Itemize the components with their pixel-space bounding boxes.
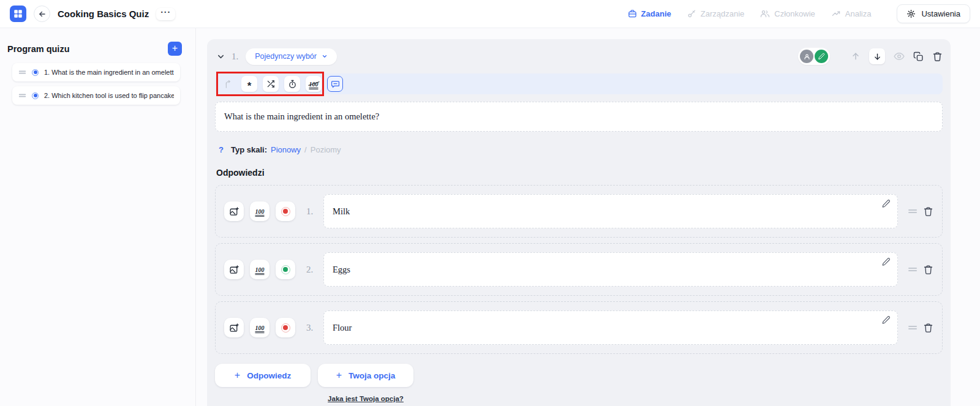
delete-answer-button[interactable]	[923, 323, 933, 333]
delete-answer-button[interactable]	[923, 265, 933, 275]
content-area: 1. Pojedynczy wybór	[196, 28, 980, 406]
shuffle-answers-button[interactable]	[263, 76, 279, 92]
collapse-question-button[interactable]	[215, 51, 227, 62]
add-image-button[interactable]	[224, 318, 244, 337]
pencil-icon	[818, 53, 825, 60]
image-plus-icon	[229, 265, 239, 275]
trash-icon	[923, 206, 933, 217]
scale-separator: /	[304, 145, 307, 154]
top-bar: Cooking Basics Quiz ··· Zadanie Zarządza…	[0, 0, 980, 28]
arrow-down-icon	[873, 52, 882, 61]
sidebar-item-label: 2. Which kitchen tool is used to flip pa…	[44, 92, 174, 99]
spacer	[215, 395, 318, 402]
settings-button[interactable]: Ustawienia	[897, 4, 970, 23]
answer-row-3: 100 3. Flour	[215, 301, 943, 354]
preview-button[interactable]	[894, 51, 905, 62]
app-logo[interactable]	[10, 6, 26, 22]
answer-points-button[interactable]: 100	[250, 318, 270, 337]
comment-icon	[331, 80, 340, 89]
question-text-field[interactable]: What is the main ingredient in an omelet…	[215, 102, 943, 132]
nav-label: Zadanie	[641, 9, 671, 18]
arrow-up-icon	[851, 51, 861, 61]
branching-button[interactable]	[220, 76, 236, 92]
delete-answer-button[interactable]	[923, 206, 933, 217]
edit-mode-button[interactable]	[815, 50, 828, 63]
answer-number: 1.	[306, 206, 317, 217]
answer-text-field[interactable]: Eggs	[323, 252, 898, 287]
answer-points-button[interactable]: 100	[250, 201, 270, 221]
move-down-button[interactable]	[869, 48, 885, 64]
option-link-row: Jaka jest Twoja opcja?	[215, 395, 943, 402]
shuffle-icon	[266, 80, 275, 88]
question-number: 1.	[232, 51, 238, 62]
drag-handle-icon[interactable]	[18, 92, 26, 99]
required-button[interactable]: *	[241, 76, 257, 92]
sidebar-item-question-2[interactable]: 2. Which kitchen tool is used to flip pa…	[12, 86, 180, 105]
trending-up-icon	[831, 9, 841, 18]
timer-button[interactable]	[284, 76, 300, 92]
nav-label: Zarządzanie	[701, 9, 745, 18]
avatar[interactable]	[800, 50, 813, 63]
duplicate-question-button[interactable]	[913, 51, 924, 62]
add-answer-label: Odpowiedz	[247, 371, 291, 380]
feedback-comment-button[interactable]	[327, 76, 343, 92]
drag-handle-icon[interactable]	[908, 208, 918, 215]
answer-text-field[interactable]: Milk	[323, 194, 898, 228]
answer-correct-toggle[interactable]	[276, 318, 295, 337]
answer-correct-toggle[interactable]	[276, 201, 295, 221]
points-button[interactable]: 100	[306, 76, 322, 92]
plus-icon: +	[235, 370, 240, 381]
answer-row-2: 100 2. Eggs	[215, 243, 943, 296]
drag-handle-icon[interactable]	[908, 266, 918, 273]
nav-item-zarzadzanie[interactable]: Zarządzanie	[687, 9, 745, 18]
nav-item-zadanie[interactable]: Zadanie	[628, 9, 671, 18]
add-buttons-row: + Odpowiedz + Twoja opcja	[215, 364, 943, 387]
answer-points-button[interactable]: 100	[250, 260, 270, 279]
radio-ring	[281, 207, 290, 216]
quiz-program-sidebar: Program quizu + 1. What is the main ingr…	[0, 28, 196, 406]
add-image-button[interactable]	[224, 260, 244, 279]
answers-section-title: Odpowiedzi	[216, 168, 943, 178]
back-button[interactable]	[34, 6, 50, 22]
edit-pencil-icon[interactable]	[881, 315, 891, 325]
asterisk-icon: *	[247, 80, 252, 89]
gear-icon	[907, 9, 916, 18]
help-icon[interactable]: ?	[219, 145, 224, 154]
scale-option-horizontal[interactable]: Poziomy	[311, 145, 341, 154]
image-plus-icon	[229, 323, 239, 333]
grid-icon	[13, 9, 23, 18]
delete-question-button[interactable]	[932, 51, 943, 62]
main-layout: Program quizu + 1. What is the main ingr…	[0, 28, 980, 406]
move-up-button[interactable]	[851, 51, 861, 61]
sidebar-header: Program quizu +	[0, 42, 195, 56]
add-own-option-button[interactable]: + Twoja opcja	[318, 364, 413, 387]
answer-correct-toggle[interactable]	[276, 260, 295, 279]
answer-text-field[interactable]: Flour	[323, 310, 898, 345]
trash-icon	[932, 51, 943, 62]
assignee-pill	[798, 48, 830, 65]
more-button[interactable]: ···	[156, 8, 175, 20]
users-icon	[760, 9, 770, 18]
question-type-dropdown[interactable]: Pojedynczy wybór	[246, 48, 337, 65]
scale-option-vertical[interactable]: Pionowy	[271, 145, 301, 154]
incorrect-radio-icon	[283, 325, 288, 331]
add-answer-button[interactable]: + Odpowiedz	[215, 364, 311, 387]
own-option-help-link[interactable]: Jaka jest Twoja opcja?	[318, 395, 413, 402]
add-question-button[interactable]: +	[168, 42, 182, 56]
sidebar-item-question-1[interactable]: 1. What is the main ingredient in an ome…	[12, 63, 180, 81]
edit-pencil-icon[interactable]	[881, 199, 891, 208]
main-nav: Zadanie Zarządzanie Członkowie Analiza	[628, 9, 872, 18]
drag-handle-icon[interactable]	[18, 69, 26, 75]
points-100-icon: 100	[309, 81, 318, 88]
briefcase-icon	[628, 9, 637, 18]
eye-icon	[894, 51, 905, 62]
drag-handle-icon[interactable]	[908, 324, 918, 331]
key-icon	[687, 9, 696, 18]
nav-item-analiza[interactable]: Analiza	[831, 9, 872, 18]
radio-ring	[281, 323, 290, 333]
points-100-icon: 100	[255, 208, 265, 215]
nav-item-czlonkowie[interactable]: Członkowie	[760, 9, 815, 18]
edit-pencil-icon[interactable]	[881, 257, 891, 266]
points-100-icon: 100	[255, 325, 265, 331]
add-image-button[interactable]	[224, 201, 244, 221]
